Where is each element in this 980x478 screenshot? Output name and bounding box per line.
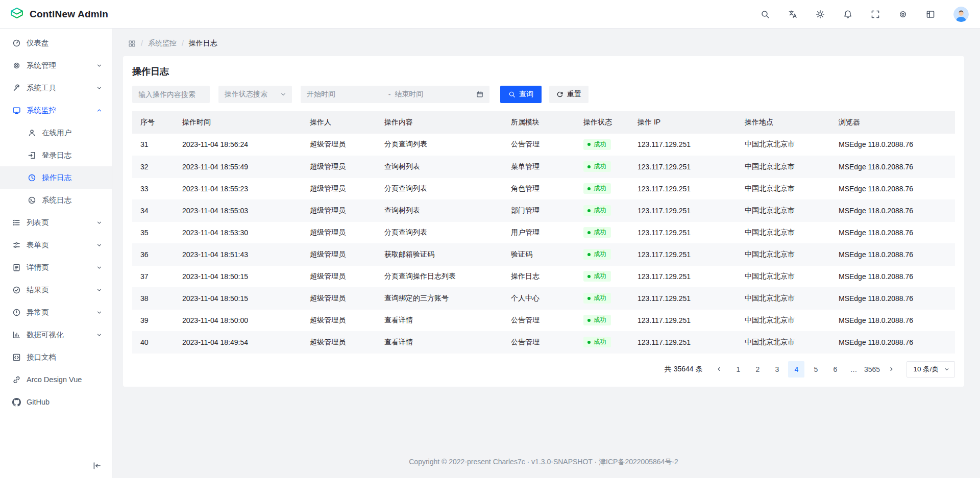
header-search-button[interactable] xyxy=(758,8,772,21)
sidebar-item-result-page[interactable]: 结果页 xyxy=(0,279,112,301)
tools-icon xyxy=(12,84,21,92)
table-cell: 超级管理员 xyxy=(302,134,376,156)
user-icon xyxy=(28,129,36,137)
breadcrumb-item[interactable]: 系统监控 xyxy=(148,39,177,48)
status-cell: 成功 xyxy=(575,287,629,309)
status-badge: 成功 xyxy=(583,161,611,172)
page-size-value: 10 条/页 xyxy=(913,365,939,374)
sidebar-item-data-visualization[interactable]: 数据可视化 xyxy=(0,323,112,346)
chevron-down-icon xyxy=(96,287,103,293)
table-cell: 超级管理员 xyxy=(302,331,376,353)
operation-log-table: 序号操作时间操作人操作内容所属模块操作状态操作 IP操作地点浏览器 312023… xyxy=(132,111,955,354)
sidebar-item-label: 表单页 xyxy=(27,240,90,250)
status-cell: 成功 xyxy=(575,221,629,243)
collapse-sidebar-button[interactable] xyxy=(90,459,104,472)
sidebar-item-system-log[interactable]: 系统日志 xyxy=(0,189,112,211)
sidebar-item-arco-design-vue[interactable]: Arco Design Vue xyxy=(0,368,112,391)
sidebar-item-github[interactable]: GitHub xyxy=(0,391,112,413)
sidebar-item-online-users[interactable]: 在线用户 xyxy=(0,121,112,144)
page-size-select[interactable]: 10 条/页 xyxy=(906,361,955,378)
monitor-icon xyxy=(12,106,21,115)
table-cell: 验证码 xyxy=(503,243,575,265)
sidebar-item-dashboard[interactable]: 仪表盘 xyxy=(0,32,112,54)
apps-grid-icon[interactable] xyxy=(128,40,136,47)
sidebar-item-label: 登录日志 xyxy=(42,150,103,160)
status-badge: 成功 xyxy=(583,249,611,260)
chevron-down-icon xyxy=(96,62,103,69)
column-header: 操作内容 xyxy=(376,111,503,134)
sidebar-item-label: 操作日志 xyxy=(42,173,103,183)
header-notifications-button[interactable] xyxy=(841,8,854,21)
github-icon xyxy=(12,398,21,407)
avatar[interactable] xyxy=(953,7,969,22)
table-cell: 分页查询操作日志列表 xyxy=(376,265,503,287)
date-separator: - xyxy=(388,90,391,98)
table-row: 362023-11-04 18:51:43超级管理员获取邮箱验证码验证码成功12… xyxy=(132,243,955,265)
sidebar-item-form-page[interactable]: 表单页 xyxy=(0,234,112,256)
table-row: 352023-11-04 18:53:30超级管理员分页查询列表用户管理成功12… xyxy=(132,221,955,243)
header-fullscreen-button[interactable] xyxy=(869,8,882,21)
page-button-6[interactable]: 6 xyxy=(827,361,843,378)
sidebar-item-api-doc[interactable]: 接口文档 xyxy=(0,346,112,368)
table-cell: 34 xyxy=(132,199,174,221)
table-cell: 123.117.129.251 xyxy=(629,331,737,353)
sidebar-item-label: GitHub xyxy=(27,398,103,406)
table-cell: 公告管理 xyxy=(503,331,575,353)
operation-log-icon xyxy=(28,173,36,182)
sidebar-item-detail-page[interactable]: 详情页 xyxy=(0,256,112,279)
table-row: 372023-11-04 18:50:15超级管理员分页查询操作日志列表操作日志… xyxy=(132,265,955,287)
header-layout-button[interactable] xyxy=(924,8,937,21)
app-logo[interactable]: ContiNew Admin xyxy=(9,7,108,22)
sidebar-item-system-management[interactable]: 系统管理 xyxy=(0,54,112,77)
sidebar-item-list-page[interactable]: 列表页 xyxy=(0,211,112,234)
sidebar-item-system-tools[interactable]: 系统工具 xyxy=(0,77,112,99)
breadcrumb-item-current: 操作日志 xyxy=(189,39,217,48)
calendar-icon xyxy=(476,91,483,98)
table-cell: 公告管理 xyxy=(503,309,575,331)
page-button-3[interactable]: 3 xyxy=(769,361,785,378)
pagination-next-button[interactable] xyxy=(883,361,899,378)
page-button-5[interactable]: 5 xyxy=(807,361,824,378)
app-title: ContiNew Admin xyxy=(30,9,108,20)
search-icon xyxy=(508,91,516,98)
table-cell: 超级管理员 xyxy=(302,199,376,221)
table-cell: 中国北京北京市 xyxy=(737,331,830,353)
status-text: 成功 xyxy=(594,272,606,281)
sidebar-item-login-log[interactable]: 登录日志 xyxy=(0,144,112,166)
date-range-picker[interactable]: 开始时间 - 结束时间 xyxy=(301,86,489,103)
header-translate-button[interactable] xyxy=(786,8,799,21)
status-dot-icon xyxy=(587,297,591,300)
page-button-2[interactable]: 2 xyxy=(749,361,766,378)
page-button-4[interactable]: 4 xyxy=(788,361,804,378)
header-settings-button[interactable] xyxy=(896,8,910,21)
pagination-prev-button[interactable] xyxy=(710,361,727,378)
copyright: Copyright © 2022-present Charles7c · v1.… xyxy=(123,448,964,478)
detail-icon xyxy=(12,263,21,272)
status-filter-placeholder: 操作状态搜索 xyxy=(225,90,267,99)
search-button[interactable]: 查询 xyxy=(500,86,542,103)
status-dot-icon xyxy=(587,231,591,234)
reset-button[interactable]: 重置 xyxy=(549,86,589,103)
table-cell: 2023-11-04 18:55:03 xyxy=(174,199,302,221)
table-row: 332023-11-04 18:55:23超级管理员分页查询列表角色管理成功12… xyxy=(132,178,955,199)
chevron-down-icon xyxy=(96,242,103,248)
table-cell: MSEdge 118.0.2088.76 xyxy=(830,156,955,178)
table-cell: 2023-11-04 18:50:00 xyxy=(174,309,302,331)
status-dot-icon xyxy=(587,275,591,278)
sidebar-item-system-monitor[interactable]: 系统监控 xyxy=(0,99,112,121)
api-icon xyxy=(12,353,21,362)
status-filter-select[interactable]: 操作状态搜索 xyxy=(218,86,292,103)
content-search-input[interactable] xyxy=(132,86,210,103)
header-theme-button[interactable] xyxy=(814,8,827,21)
sidebar-item-exception-page[interactable]: 异常页 xyxy=(0,301,112,323)
table-row: 402023-11-04 18:49:54超级管理员查看详情公告管理成功123.… xyxy=(132,331,955,353)
table-cell: 菜单管理 xyxy=(503,156,575,178)
status-text: 成功 xyxy=(594,316,606,324)
page-button-1[interactable]: 1 xyxy=(730,361,746,378)
sidebar-item-label: 列表页 xyxy=(27,218,90,228)
status-dot-icon xyxy=(587,341,591,344)
status-text: 成功 xyxy=(594,228,606,237)
page-button-3565[interactable]: 3565 xyxy=(864,361,880,378)
sidebar-item-operation-log[interactable]: 操作日志 xyxy=(0,166,112,189)
table-cell: 123.117.129.251 xyxy=(629,156,737,178)
